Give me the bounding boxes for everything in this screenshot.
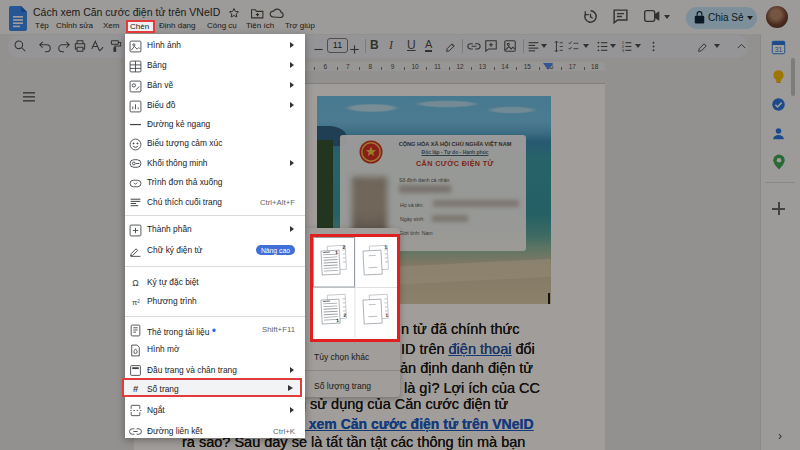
svg-text:1: 1: [384, 244, 387, 250]
svg-text:1: 1: [335, 317, 338, 323]
svg-text:Ω: Ω: [132, 278, 139, 288]
svg-text:π²: π²: [132, 298, 140, 307]
svg-text:1: 1: [335, 249, 338, 255]
svg-text:1: 1: [385, 312, 388, 318]
svg-text:2: 2: [343, 312, 346, 318]
svg-text:2: 2: [342, 244, 345, 250]
